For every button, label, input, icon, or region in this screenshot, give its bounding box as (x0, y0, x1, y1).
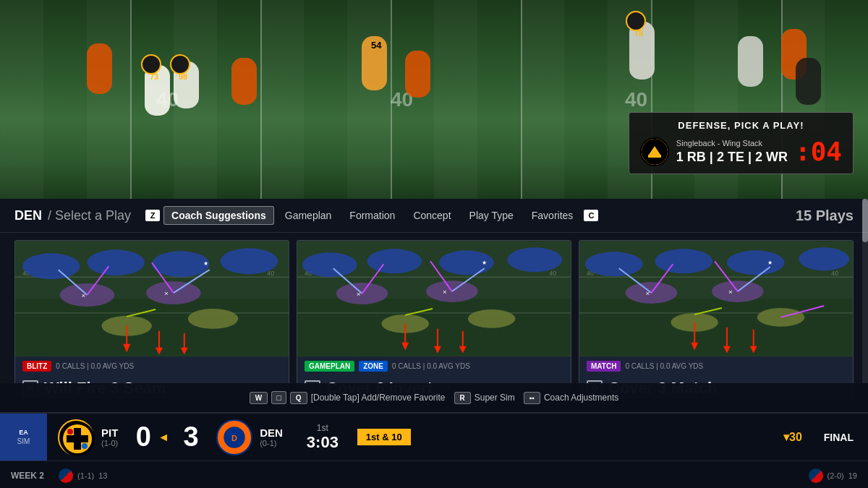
svg-point-92 (82, 429, 88, 435)
svg-text:×: × (82, 291, 86, 299)
play-3-badge-match: MATCH (587, 361, 621, 372)
svg-point-39 (507, 247, 562, 272)
nav-c-key: C (584, 210, 598, 221)
svg-point-43 (468, 309, 516, 328)
svg-point-67 (799, 247, 849, 270)
home-team-abbr: DEN (260, 427, 283, 439)
svg-point-10 (152, 251, 210, 277)
svg-text:×: × (164, 289, 169, 297)
hint-favorite-label: [Double Tap] Add/Remove Favorite (311, 393, 446, 403)
brand-top: EA (19, 429, 28, 436)
svg-point-64 (585, 252, 643, 276)
home-team-name: DEN (0-1) (260, 427, 283, 448)
button-hints-bar: W □ Q [Double Tap] Add/Remove Favorite R… (0, 383, 868, 412)
svg-rect-90 (67, 435, 88, 442)
tab-concept[interactable]: Concept (406, 207, 458, 224)
svg-point-93 (82, 443, 88, 449)
formation-detail: 1 RB | 2 TE | 2 WR (676, 150, 788, 165)
play-2-stats: 0 CALLS | 0.0 AVG YDS (392, 362, 470, 370)
svg-point-8 (22, 253, 80, 279)
play-2-badge-zone: ZONE (359, 361, 388, 372)
key-coach: ▪▪ (524, 392, 540, 404)
key-w: W (250, 392, 268, 404)
away-team-abbr: PIT (101, 427, 118, 439)
home-team-block: D DEN (0-1) (205, 419, 294, 455)
away-score: 0 (129, 421, 158, 453)
play-card-2[interactable]: 40 40 (297, 240, 571, 399)
tab-formation[interactable]: Formation (342, 207, 402, 224)
select-label: / Select a Play (48, 208, 131, 223)
svg-text:×: × (443, 288, 447, 296)
game-clock: 3:03 (307, 433, 339, 452)
quarter-label: 1st (317, 423, 328, 433)
play-cards-container: 40 40 (0, 233, 868, 406)
formation-name: Singleback - Wing Stack (676, 139, 788, 147)
tab-play-type[interactable]: Play Type (462, 207, 521, 224)
key-q: Q (290, 392, 307, 404)
svg-text:40: 40 (831, 270, 838, 277)
down-distance: 1st & 10 (357, 429, 411, 445)
svg-point-65 (655, 249, 712, 273)
score-main: EA SIM PIT (1-0) 0 ◄ (0, 414, 868, 461)
play-header: DEN / Select a Play Z Coach Suggestions … (0, 199, 868, 233)
den-logo: D (216, 419, 252, 455)
nav-z-key: Z (145, 210, 160, 221)
svg-text:D: D (231, 433, 237, 442)
play-selection-panel: DEN / Select a Play Z Coach Suggestions … (0, 199, 868, 412)
svg-rect-1 (648, 155, 661, 158)
away-bottom-record: (1-1) (77, 471, 94, 480)
offense-team-logo (640, 137, 669, 166)
key-r: R (454, 392, 471, 404)
play-diagram-2: 40 40 (297, 241, 571, 356)
svg-point-36 (302, 252, 357, 277)
defense-title: DEFENSE, PICK A PLAY! (640, 120, 842, 131)
svg-point-91 (67, 429, 73, 435)
nfl-logo (59, 468, 73, 483)
tab-favorites[interactable]: Favorites (524, 207, 581, 224)
scoreboard: EA SIM PIT (1-0) 0 ◄ (0, 412, 868, 488)
hint-coach-adjustments[interactable]: ▪▪ Coach Adjustments (524, 392, 618, 404)
score-bottom: WEEK 2 (1-1) 13 (2-0) 19 (0, 461, 868, 488)
play-3-info-bar: MATCH 0 CALLS | 0.0 AVG YDS (579, 356, 853, 376)
pit-logo (58, 419, 94, 455)
scroll-bar[interactable] (862, 199, 868, 383)
play-1-info-bar: BLITZ 0 CALLS | 0.0 AVG YDS (15, 356, 289, 376)
ea-sim-brand: EA SIM (0, 414, 47, 461)
game-clock-block: 1st 3:03 (294, 423, 352, 452)
away-team-name: PIT (1-0) (101, 427, 118, 448)
final-label: FINAL (809, 432, 868, 443)
svg-point-15 (188, 309, 239, 329)
coach-adjustments-label: Coach Adjustments (544, 393, 618, 403)
svg-point-13 (146, 281, 201, 304)
play-diagram-3: 40 40 (579, 241, 853, 356)
svg-text:★: ★ (203, 260, 208, 267)
play-clock: :04 (795, 137, 842, 166)
away-team-block: PIT (1-0) (47, 419, 129, 455)
play-2-badge-gameplan: GAMEPLAN (305, 361, 354, 372)
home-score: 3 (176, 421, 205, 453)
svg-point-66 (727, 250, 785, 275)
nav-tabs: Z Coach Suggestions Gameplan Formation C… (145, 206, 781, 225)
home-team-record: (0-1) (260, 439, 283, 448)
scroll-thumb[interactable] (862, 199, 868, 242)
nfl-logo-2 (809, 468, 823, 483)
key-square: □ (271, 391, 286, 404)
brand-bottom: SIM (17, 437, 30, 445)
away-team-record: (1-0) (101, 439, 118, 448)
plays-count: 15 Plays (796, 207, 854, 224)
svg-text:×: × (728, 288, 733, 296)
tab-coach-suggestions[interactable]: Coach Suggestions (163, 206, 274, 225)
play-diagram-1: 40 40 (15, 241, 289, 356)
yardline-indicator: ▾30 (776, 430, 809, 444)
tab-gameplan[interactable]: Gameplan (278, 207, 339, 224)
home-bottom-record: (2-0) (827, 471, 844, 480)
hint-super-sim: R Super Sim (454, 392, 515, 404)
svg-point-9 (87, 249, 145, 275)
play-card-3[interactable]: 40 40 (579, 240, 854, 399)
play-card-1[interactable]: 40 40 (14, 240, 289, 399)
home-bottom-pts: 19 (848, 471, 857, 480)
svg-point-37 (367, 249, 422, 273)
play-3-stats: 0 CALLS | 0.0 AVG YDS (625, 362, 703, 370)
svg-text:×: × (357, 290, 361, 298)
hint-w: W □ Q [Double Tap] Add/Remove Favorite (250, 391, 446, 404)
